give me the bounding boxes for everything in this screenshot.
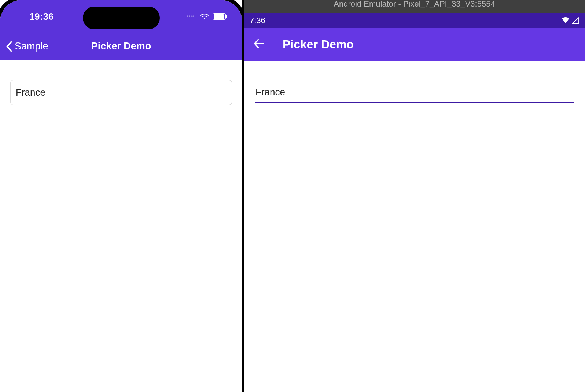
back-button[interactable] (253, 38, 265, 51)
wifi-icon (200, 13, 209, 20)
picker-selected-value: France (16, 87, 45, 98)
ios-status-icons: •••• (187, 13, 226, 20)
ios-navbar: Sample Picker Demo (0, 33, 242, 60)
back-label: Sample (15, 41, 48, 52)
country-picker[interactable]: France (10, 80, 232, 105)
ios-simulator-panel: 19:36 •••• Sample Picke (0, 0, 242, 392)
country-picker[interactable]: France (255, 84, 574, 103)
cellular-signal-icon (572, 17, 579, 24)
ios-device-frame: 19:36 •••• Sample Picke (0, 0, 242, 392)
android-content: France (244, 61, 585, 126)
picker-selected-value: France (255, 86, 285, 97)
wifi-icon (562, 17, 570, 24)
emulator-titlebar: Android Emulator - Pixel_7_API_33_V3:555… (244, 0, 585, 13)
battery-fill (214, 14, 224, 19)
back-button[interactable]: Sample (5, 41, 48, 52)
chevron-left-icon (5, 41, 13, 52)
android-status-icons (562, 17, 579, 24)
android-appbar: Picker Demo (244, 28, 585, 61)
emulator-title: Android Emulator - Pixel_7_API_33_V3:555… (334, 0, 495, 8)
android-clock: 7:36 (250, 16, 265, 25)
android-status-bar: 7:36 (244, 13, 585, 28)
ios-clock: 19:36 (29, 11, 54, 22)
android-emulator-panel: Android Emulator - Pixel_7_API_33_V3:555… (242, 0, 585, 392)
battery-icon (213, 13, 226, 20)
page-title: Picker Demo (283, 38, 354, 51)
dynamic-island (83, 7, 160, 29)
ios-content: France (0, 60, 242, 125)
ios-status-bar: 19:36 •••• (0, 0, 242, 33)
ios-dots-icon: •••• (187, 14, 194, 19)
page-title: Picker Demo (91, 41, 151, 52)
arrow-left-icon (253, 38, 265, 49)
